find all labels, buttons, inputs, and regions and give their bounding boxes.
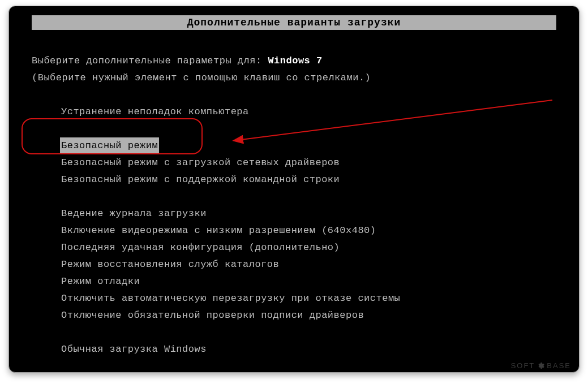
- menu-item-disable-auto-restart[interactable]: Отключить автоматическую перезагрузку пр…: [32, 290, 556, 307]
- menu-item-repair[interactable]: Устранение неполадок компьютера: [32, 103, 556, 120]
- watermark-right: BASE: [547, 361, 571, 370]
- watermark: SOFT BASE: [511, 361, 571, 370]
- spacer: [32, 188, 556, 205]
- menu-item-label: Безопасный режим: [60, 137, 159, 154]
- menu-item-safe-mode-networking[interactable]: Безопасный режим с загрузкой сетевых дра…: [32, 154, 556, 171]
- menu-item-label: Отключить автоматическую перезагрузку пр…: [60, 290, 401, 307]
- boot-menu-screen: Дополнительные варианты загрузки Выберит…: [8, 6, 580, 373]
- menu-item-boot-logging[interactable]: Ведение журнала загрузки: [32, 205, 556, 222]
- menu-item-label: Обычная загрузка Windows: [60, 341, 208, 358]
- menu-item-safe-mode-cmd[interactable]: Безопасный режим с поддержкой командной …: [32, 171, 556, 188]
- hint-line: (Выберите нужный элемент с помощью клави…: [32, 70, 556, 87]
- spacer: [32, 324, 556, 341]
- menu-item-label: Режим отладки: [60, 273, 141, 290]
- menu-item-label: Режим восстановления служб каталогов: [60, 256, 280, 273]
- menu-item-last-known-good[interactable]: Последняя удачная конфигурация (дополнит…: [32, 239, 556, 256]
- menu-item-label: Ведение журнала загрузки: [60, 205, 208, 222]
- content-area: Выберите дополнительные параметры для: W…: [32, 53, 556, 358]
- menu-item-low-res-video[interactable]: Включение видеорежима с низким разрешени…: [32, 222, 556, 239]
- menu-item-normal-boot[interactable]: Обычная загрузка Windows: [32, 341, 556, 358]
- prompt-line: Выберите дополнительные параметры для: W…: [32, 53, 556, 70]
- menu-item-label: Устранение неполадок компьютера: [60, 103, 250, 120]
- menu-item-safe-mode[interactable]: Безопасный режим: [32, 137, 556, 154]
- spacer: [32, 120, 556, 137]
- gear-icon: [537, 362, 544, 369]
- menu-item-label: Последняя удачная конфигурация (дополнит…: [60, 239, 341, 256]
- menu-item-label: Безопасный режим с поддержкой командной …: [60, 171, 341, 188]
- menu-item-label: Отключение обязательной проверки подписи…: [60, 307, 365, 324]
- os-name: Windows 7: [268, 55, 322, 66]
- title-bar: Дополнительные варианты загрузки: [32, 15, 556, 30]
- menu-item-debug-mode[interactable]: Режим отладки: [32, 273, 556, 290]
- spacer: [32, 87, 556, 103]
- menu-item-label: Безопасный режим с загрузкой сетевых дра…: [60, 154, 341, 171]
- menu-item-label: Включение видеорежима с низким разрешени…: [60, 222, 377, 239]
- menu-item-directory-services-restore[interactable]: Режим восстановления служб каталогов: [32, 256, 556, 273]
- title-text: Дополнительные варианты загрузки: [187, 17, 401, 28]
- menu-item-disable-driver-sig[interactable]: Отключение обязательной проверки подписи…: [32, 307, 556, 324]
- prompt-prefix: Выберите дополнительные параметры для:: [32, 55, 268, 66]
- watermark-left: SOFT: [511, 361, 535, 370]
